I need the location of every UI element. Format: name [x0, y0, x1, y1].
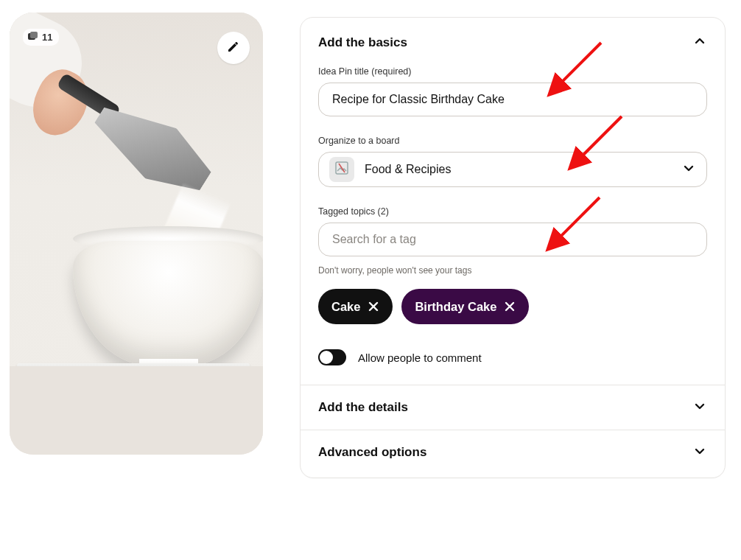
page-count-badge: 11: [23, 29, 59, 46]
close-icon[interactable]: [368, 301, 379, 312]
chevron-up-icon: [692, 34, 707, 52]
comments-toggle-label: Allow people to comment: [358, 351, 482, 364]
chevron-down-icon: [692, 444, 707, 461]
section-details-title: Add the details: [318, 400, 408, 415]
tag-chip[interactable]: Cake: [318, 289, 393, 324]
page-count: 11: [42, 32, 52, 43]
chevron-down-icon: [681, 161, 696, 178]
tags-helper-text: Don't worry, people won't see your tags: [318, 265, 707, 276]
board-field-label: Organize to a board: [318, 136, 707, 146]
comments-toggle[interactable]: [318, 349, 346, 365]
section-details-header[interactable]: Add the details: [301, 385, 725, 430]
board-select[interactable]: Food & Recipies: [318, 152, 707, 187]
section-advanced-title: Advanced options: [318, 445, 426, 460]
pin-preview[interactable]: 11: [10, 13, 263, 455]
preview-scene: [10, 13, 263, 455]
tag-label: Cake: [331, 300, 360, 314]
pencil-icon: [226, 39, 241, 57]
tag-chip[interactable]: Birthday Cake: [401, 289, 529, 324]
title-field-label: Idea Pin title (required): [318, 66, 707, 77]
section-basics-header[interactable]: Add the basics: [318, 34, 707, 52]
pin-title-input[interactable]: [318, 83, 707, 116]
broken-image-icon: [334, 161, 349, 178]
tag-search-input[interactable]: [318, 223, 707, 256]
close-icon[interactable]: [504, 301, 516, 312]
pages-icon: [27, 31, 39, 43]
chevron-down-icon: [692, 399, 707, 416]
section-advanced-header[interactable]: Advanced options: [301, 430, 725, 477]
section-basics-title: Add the basics: [318, 35, 407, 50]
svg-rect-1: [30, 32, 38, 38]
comments-toggle-row: Allow people to comment: [318, 349, 707, 365]
section-basics: Add the basics Idea Pin title (required)…: [301, 18, 725, 385]
tag-list: Cake Birthday Cake: [318, 289, 707, 324]
edit-button[interactable]: [217, 32, 250, 64]
board-thumbnail: [329, 157, 354, 182]
tags-field-label: Tagged topics (2): [318, 206, 707, 217]
board-name: Food & Recipies: [365, 163, 671, 176]
pin-editor-panel: Add the basics Idea Pin title (required)…: [300, 17, 726, 478]
tag-label: Birthday Cake: [415, 300, 496, 314]
